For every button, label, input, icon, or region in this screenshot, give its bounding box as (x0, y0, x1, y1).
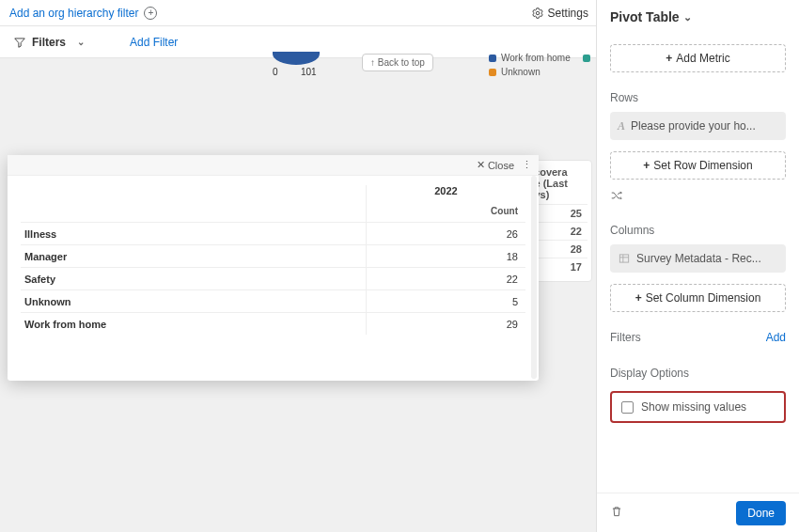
swatch-icon (489, 55, 496, 62)
pivot-preview-modal: ✕ Close ⋮ 2022 Count Illness26Manager18S… (8, 155, 539, 381)
done-button[interactable]: Done (736, 501, 786, 525)
card-value: 22 (571, 226, 582, 237)
add-filter-link[interactable]: Add (766, 331, 786, 344)
row-value: 26 (366, 223, 525, 244)
gear-icon (531, 7, 544, 20)
panel-title[interactable]: Pivot Table ⌄ (597, 0, 799, 33)
table-subheader-row: Count (21, 202, 525, 222)
column-dimension-chip[interactable]: Survey Metadata - Rec... (610, 244, 786, 273)
table-row: Safety22 (21, 267, 525, 289)
set-column-dimension-button[interactable]: + Set Column Dimension (610, 284, 786, 312)
add-metric-label: Add Metric (676, 52, 729, 65)
table-row: Manager18 (21, 244, 525, 267)
row-value: 29 (366, 313, 525, 335)
add-metric-button[interactable]: + Add Metric (610, 44, 786, 72)
gauge-max: 101 (301, 67, 317, 77)
rows-section-label: Rows (610, 91, 786, 104)
show-missing-values-option[interactable]: Show missing values (610, 391, 786, 423)
panel-footer: Done (597, 493, 799, 532)
col-chip-label: Survey Metadata - Rec... (636, 252, 761, 265)
filters-toggle[interactable]: Filters ⌄ (13, 36, 85, 49)
swatch-icon (489, 69, 496, 76)
legend-item: Unknown (489, 67, 590, 77)
set-row-dim-label: Set Row Dimension (653, 159, 752, 172)
card-value: 28 (571, 243, 582, 255)
scrollbar[interactable] (531, 176, 537, 379)
plus-icon: + (635, 291, 642, 305)
legend-label: Work from home (501, 53, 571, 63)
chevron-down-icon: ⌄ (77, 37, 85, 47)
trash-icon (610, 505, 623, 518)
kebab-menu[interactable]: ⋮ (522, 159, 531, 171)
table-row: Unknown5 (21, 289, 525, 312)
org-filter-label: Add an org hierarchy filter (9, 7, 138, 20)
year-header: 2022 (366, 185, 525, 202)
table-row: Illness26 (21, 222, 525, 244)
back-to-top-button[interactable]: ↑ Back to top (362, 54, 433, 71)
chevron-down-icon: ⌄ (683, 11, 692, 23)
row-value: 5 (366, 290, 525, 312)
legend: Work from home Unknown (489, 53, 590, 81)
add-org-hierarchy-filter[interactable]: Add an org hierarchy filter + (9, 7, 157, 20)
set-col-dim-label: Set Column Dimension (646, 291, 761, 305)
filters-label: Filters (32, 36, 66, 49)
row-label: Illness (21, 228, 366, 240)
swatch-icon (583, 55, 590, 62)
row-value: 22 (366, 268, 525, 289)
close-label: Close (488, 160, 514, 171)
legend-label: Unknown (501, 67, 540, 77)
funnel-icon (13, 36, 26, 49)
plus-icon: + (666, 52, 672, 65)
filters-section: Filters Add (610, 331, 786, 344)
row-label: Manager (21, 251, 366, 262)
svg-rect-3 (619, 255, 628, 262)
swap-dimensions-button[interactable] (610, 189, 786, 205)
add-filter-link[interactable]: Add Filter (130, 36, 178, 49)
legend-item: Work from home (489, 53, 590, 63)
row-chip-label: Please provide your ho... (631, 119, 756, 133)
table-icon (618, 252, 631, 265)
gauge-remnant: 0 101 ↑ Back to top (263, 52, 451, 89)
row-label: Safety (21, 274, 366, 285)
table-row: Work from home29 (21, 312, 525, 335)
row-dimension-chip[interactable]: A Please provide your ho... (610, 112, 786, 140)
show-missing-label: Show missing values (641, 400, 746, 414)
gauge-arc (273, 52, 320, 65)
gauge-min: 0 (273, 67, 278, 77)
checkbox[interactable] (621, 401, 634, 414)
panel-title-text: Pivot Table (610, 9, 680, 24)
row-value: 18 (366, 245, 525, 267)
card-value: 25 (571, 208, 582, 219)
count-header: Count (366, 202, 525, 222)
settings-label: Settings (548, 7, 588, 20)
row-label: Unknown (21, 296, 366, 307)
text-dimension-icon: A (618, 119, 625, 133)
modal-header: ✕ Close ⋮ (8, 155, 539, 176)
panel-body: + Add Metric Rows A Please provide your … (597, 33, 799, 493)
shuffle-icon (610, 189, 623, 202)
close-button[interactable]: ✕ Close (477, 159, 514, 171)
set-row-dimension-button[interactable]: + Set Row Dimension (610, 151, 786, 180)
plus-circle-icon: + (144, 7, 157, 20)
display-options-label: Display Options (610, 367, 786, 380)
close-icon: ✕ (477, 159, 485, 171)
plus-icon: + (643, 159, 650, 172)
row-label: Work from home (21, 319, 366, 330)
table-header-row: 2022 (21, 185, 525, 202)
card-value: 17 (571, 261, 582, 273)
delete-button[interactable] (610, 505, 623, 521)
filters-section-label: Filters (610, 331, 641, 344)
modal-body: 2022 Count Illness26Manager18Safety22Unk… (8, 176, 539, 335)
pivot-config-panel: Pivot Table ⌄ + Add Metric Rows A Please… (596, 0, 799, 532)
svg-point-0 (536, 11, 540, 15)
settings-button[interactable]: Settings (531, 7, 588, 20)
columns-section-label: Columns (610, 224, 786, 237)
